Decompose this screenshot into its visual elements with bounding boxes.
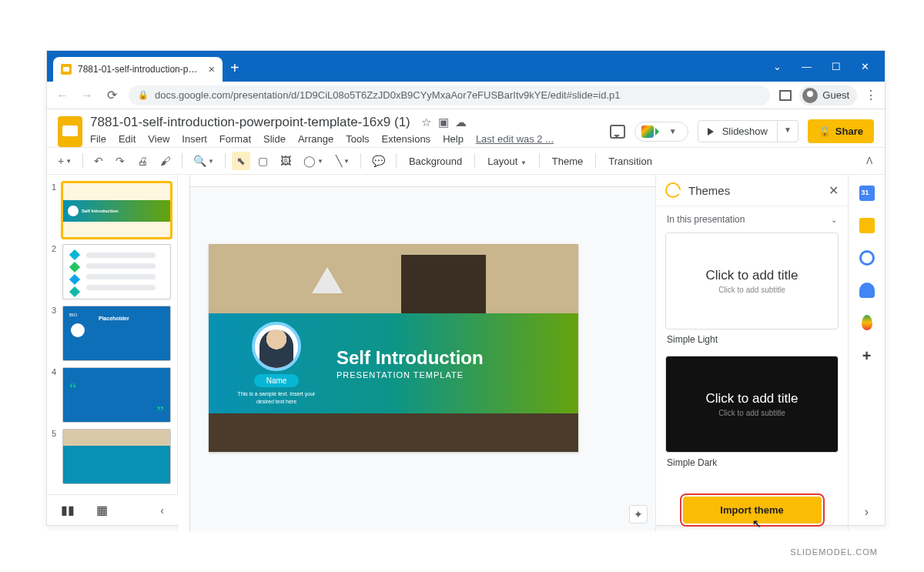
app-header: 7881-01-self-introduction-powerpoint-tem… (47, 109, 885, 147)
chevron-left-icon[interactable]: ‹ (160, 504, 164, 517)
slide-thumb-3[interactable]: BIO Placeholder (62, 306, 171, 361)
workspace: 1 Self Introduction 2 3 BIO Placeholder (47, 175, 885, 531)
grid-view-icon[interactable]: ▦ (96, 503, 108, 517)
section-label: In this presentation (667, 214, 745, 225)
themes-header: Themes ✕ (656, 175, 848, 206)
menu-view[interactable]: View (148, 133, 169, 145)
menu-file[interactable]: File (90, 133, 106, 145)
slide-number: 4 (52, 367, 59, 423)
title-band: Name This is a sample text. Insert your … (209, 313, 578, 413)
menu-format[interactable]: Format (219, 133, 251, 145)
zoom-button[interactable]: 🔍▼ (189, 152, 219, 170)
forward-icon[interactable]: → (79, 89, 95, 102)
slide-thumb-5[interactable] (62, 429, 171, 484)
reload-icon[interactable]: ⟳ (104, 88, 119, 102)
background-button[interactable]: Background (403, 152, 468, 170)
profile-chip[interactable]: Guest (799, 85, 857, 105)
chevron-right-icon[interactable]: › (865, 505, 869, 519)
share-button[interactable]: 🔒 Share (808, 119, 874, 143)
menu-insert[interactable]: Insert (182, 133, 207, 145)
slideshow-dropdown[interactable]: ▼ (778, 120, 798, 142)
contacts-icon[interactable] (859, 283, 875, 298)
theme-name: Simple Light (665, 329, 839, 356)
close-window-icon[interactable]: ✕ (861, 61, 869, 72)
image-tool[interactable]: 🖼 (276, 152, 296, 170)
minimize-icon[interactable]: — (802, 61, 812, 72)
tab-close-icon[interactable]: × (209, 63, 215, 75)
window-controls: ⌄ — ☐ ✕ (773, 61, 885, 82)
layout-button[interactable]: Layout ▼ (481, 152, 533, 170)
filmstrip-view-icon[interactable]: ▮▮ (61, 503, 75, 517)
theme-simple-light[interactable]: Click to add title Click to add subtitle (665, 232, 839, 329)
close-panel-icon[interactable]: ✕ (829, 183, 839, 198)
textbox-tool[interactable]: ▢ (253, 152, 273, 170)
panel-toggle-icon[interactable] (779, 90, 792, 101)
theme-button[interactable]: Theme (546, 152, 589, 170)
menu-slide[interactable]: Slide (263, 133, 286, 145)
move-icon[interactable]: ▣ (438, 115, 449, 129)
print-button[interactable]: 🖨 (132, 152, 152, 170)
new-tab-button[interactable]: + (230, 59, 239, 77)
menu-arrange[interactable]: Arrange (298, 133, 333, 145)
url-input[interactable]: 🔒 docs.google.com/presentation/d/1D9CiL0… (129, 85, 770, 105)
new-slide-button[interactable]: +▼ (53, 152, 76, 170)
slide-number: 2 (52, 244, 59, 299)
star-icon[interactable]: ☆ (421, 115, 431, 129)
url-text: docs.google.com/presentation/d/1D9CiL08o… (155, 89, 620, 101)
menu-edit[interactable]: Edit (119, 133, 136, 145)
maximize-icon[interactable]: ☐ (832, 61, 841, 72)
slide-thumb-1[interactable]: Self Introduction (62, 182, 171, 238)
redo-button[interactable]: ↷ (111, 152, 129, 170)
themes-section-toggle[interactable]: In this presentation ⌄ (656, 206, 848, 232)
slide-number: 3 (52, 306, 59, 361)
shape-tool[interactable]: ◯▼ (299, 152, 328, 170)
line-tool[interactable]: ╲▼ (331, 152, 354, 170)
paint-format-button[interactable]: 🖌 (156, 152, 176, 170)
separator (539, 153, 540, 169)
import-theme-label: Import theme (720, 504, 783, 516)
main-slide[interactable]: Name This is a sample text. Insert your … (209, 244, 578, 452)
explore-button[interactable]: ✦ (629, 505, 648, 523)
slides-logo-icon[interactable] (58, 116, 82, 147)
import-theme-button[interactable]: Import theme ↖ (683, 497, 822, 523)
back-icon[interactable]: ← (55, 89, 70, 102)
get-addons-icon[interactable]: + (862, 347, 872, 365)
slideshow-group: Slideshow ▼ (698, 120, 798, 142)
keep-icon[interactable] (859, 218, 875, 233)
separator (396, 153, 397, 169)
theme-simple-dark[interactable]: Click to add title Click to add subtitle (665, 356, 839, 453)
menu-extensions[interactable]: Extensions (382, 133, 431, 145)
separator (360, 153, 361, 169)
slide-thumb-4[interactable]: “ ” (62, 367, 171, 423)
theme-card-title: Click to add title (706, 268, 798, 283)
chevron-down-icon[interactable]: ⌄ (773, 61, 782, 72)
browser-menu-icon[interactable]: ⋮ (865, 88, 877, 102)
slideshow-button[interactable]: Slideshow (698, 120, 778, 142)
slide-thumb-2[interactable] (62, 244, 171, 299)
cloud-status-icon[interactable]: ☁ (455, 115, 467, 129)
chevron-down-icon: ⌄ (831, 216, 837, 224)
comment-tool[interactable]: 💬 (367, 152, 390, 170)
tasks-icon[interactable] (859, 250, 875, 266)
meet-button[interactable]: ▼ (634, 122, 688, 142)
maps-icon[interactable] (862, 315, 872, 330)
themes-list[interactable]: Click to add title Click to add subtitle… (656, 232, 848, 489)
undo-button[interactable]: ↶ (89, 152, 108, 170)
slide-canvas[interactable]: Name This is a sample text. Insert your … (178, 175, 655, 531)
transition-button[interactable]: Transition (602, 152, 658, 170)
document-title[interactable]: 7881-01-self-introduction-powerpoint-tem… (90, 115, 410, 130)
ruler-vertical (178, 175, 190, 531)
separator (474, 153, 475, 169)
comments-icon[interactable] (610, 125, 625, 139)
calendar-icon[interactable] (859, 186, 875, 201)
meet-tri-icon (655, 128, 663, 135)
menu-tools[interactable]: Tools (346, 133, 369, 145)
last-edit-label[interactable]: Last edit was 2 ... (476, 133, 554, 145)
collapse-toolbar-icon[interactable]: ᐱ (860, 152, 879, 169)
themes-panel: Themes ✕ In this presentation ⌄ Click to… (655, 175, 848, 531)
guest-avatar-icon (802, 88, 818, 103)
slideshow-label: Slideshow (722, 125, 768, 137)
browser-tab[interactable]: 7881-01-self-introduction-powe × (53, 57, 223, 82)
menu-help[interactable]: Help (443, 133, 464, 145)
select-tool[interactable]: ⬉ (232, 152, 250, 170)
